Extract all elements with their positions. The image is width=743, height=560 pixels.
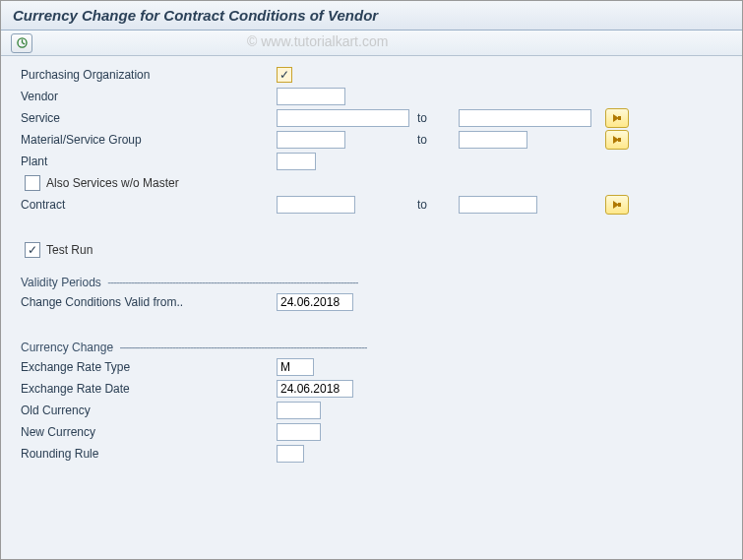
contract-to-input[interactable] bbox=[459, 196, 537, 214]
rounding-rule-label: Rounding Rule bbox=[21, 447, 277, 461]
plant-label: Plant bbox=[21, 155, 277, 168]
watermark-text: © www.tutorialkart.com bbox=[247, 33, 388, 49]
service-from-input[interactable] bbox=[277, 109, 409, 127]
matgrp-label: Material/Service Group bbox=[21, 133, 277, 147]
group-separator: ----------------------------------------… bbox=[105, 276, 358, 289]
service-to-input[interactable] bbox=[459, 109, 591, 127]
new-currency-label: New Currency bbox=[21, 425, 277, 439]
also-services-label: Also Services w/o Master bbox=[46, 176, 179, 190]
service-multiple-selection-button[interactable] bbox=[605, 108, 629, 128]
arrow-right-icon bbox=[611, 199, 623, 211]
currency-change-title: Currency Change bbox=[21, 341, 113, 354]
svg-rect-3 bbox=[618, 116, 621, 120]
test-run-label: Test Run bbox=[46, 243, 93, 257]
vendor-input[interactable] bbox=[277, 88, 345, 105]
test-run-checkbox[interactable]: ✓ bbox=[25, 242, 40, 258]
execute-button[interactable] bbox=[11, 33, 32, 53]
rate-date-label: Exchange Rate Date bbox=[21, 382, 277, 396]
old-currency-input[interactable] bbox=[277, 402, 321, 419]
matgrp-to-input[interactable] bbox=[459, 131, 527, 149]
plant-input[interactable] bbox=[277, 153, 316, 170]
application-toolbar: © www.tutorialkart.com bbox=[1, 31, 742, 56]
matgrp-from-input[interactable] bbox=[277, 131, 345, 149]
also-services-checkbox[interactable] bbox=[25, 175, 40, 191]
vendor-label: Vendor bbox=[21, 90, 277, 103]
clock-execute-icon bbox=[16, 36, 29, 49]
svg-line-2 bbox=[22, 43, 25, 44]
validity-periods-group: Validity Periods -----------------------… bbox=[21, 274, 722, 291]
title-bar: Currency Change for Contract Conditions … bbox=[1, 1, 742, 31]
matgrp-to-label: to bbox=[409, 133, 459, 147]
validity-periods-title: Validity Periods bbox=[21, 276, 101, 289]
contract-label: Contract bbox=[21, 198, 277, 212]
svg-rect-4 bbox=[618, 138, 621, 142]
contract-multiple-selection-button[interactable] bbox=[605, 195, 629, 215]
purch-org-label: Purchasing Organization bbox=[21, 68, 277, 82]
currency-change-group: Currency Change ------------------------… bbox=[21, 339, 722, 356]
svg-rect-5 bbox=[618, 203, 621, 207]
page-title: Currency Change for Contract Conditions … bbox=[13, 7, 730, 24]
purch-org-required-checkbox[interactable]: ✓ bbox=[277, 67, 292, 83]
change-valid-from-label: Change Conditions Valid from.. bbox=[21, 295, 277, 309]
group-separator: ----------------------------------------… bbox=[117, 341, 367, 354]
contract-to-label: to bbox=[409, 198, 459, 212]
arrow-right-icon bbox=[611, 134, 623, 146]
rate-type-input[interactable] bbox=[277, 358, 314, 376]
matgrp-multiple-selection-button[interactable] bbox=[605, 130, 629, 150]
service-label: Service bbox=[21, 111, 277, 125]
rounding-rule-input[interactable] bbox=[277, 445, 304, 463]
selection-screen: Purchasing Organization ✓ Vendor Service… bbox=[1, 56, 742, 560]
contract-from-input[interactable] bbox=[277, 196, 355, 214]
service-to-label: to bbox=[409, 111, 459, 125]
arrow-right-icon bbox=[611, 112, 623, 124]
new-currency-input[interactable] bbox=[277, 423, 321, 441]
rate-date-input[interactable] bbox=[277, 380, 353, 398]
old-currency-label: Old Currency bbox=[21, 404, 277, 417]
change-valid-from-input[interactable] bbox=[277, 293, 353, 311]
rate-type-label: Exchange Rate Type bbox=[21, 360, 277, 374]
